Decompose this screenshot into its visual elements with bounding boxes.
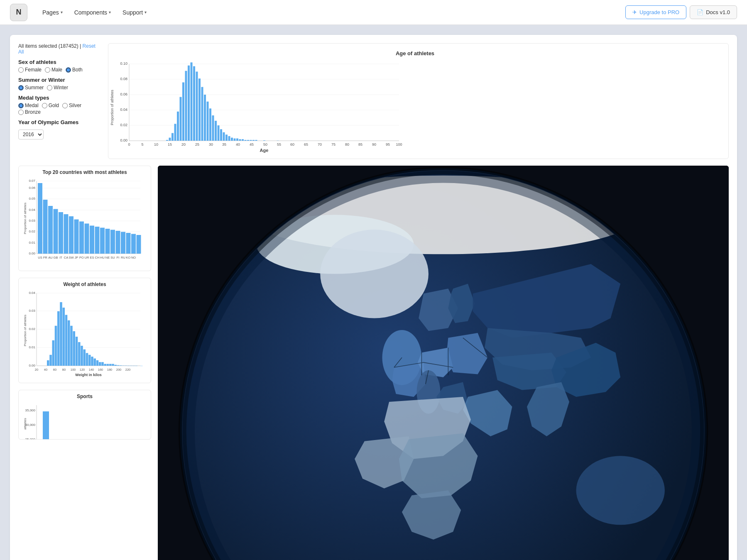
svg-text:0.06: 0.06 — [29, 186, 35, 190]
components-label: Components — [74, 9, 107, 16]
upgrade-icon: ✈ — [632, 9, 637, 15]
svg-text:SW: SW — [69, 256, 74, 259]
svg-rect-150 — [55, 326, 57, 366]
sex-male-radio[interactable] — [45, 67, 50, 73]
sex-both-radio[interactable] — [66, 67, 71, 73]
upgrade-button[interactable]: ✈ Upgrade to PRO — [625, 5, 686, 19]
svg-rect-21 — [182, 82, 184, 141]
medal-silver-option[interactable]: Silver — [62, 103, 81, 108]
medal-gold-radio[interactable] — [42, 103, 47, 108]
medal-silver-radio[interactable] — [62, 103, 68, 108]
svg-text:10: 10 — [154, 142, 158, 147]
svg-text:GB: GB — [54, 256, 58, 259]
age-chart-title: Age of athletes — [108, 50, 722, 56]
svg-rect-39 — [231, 138, 233, 141]
svg-rect-157 — [73, 331, 76, 366]
svg-rect-162 — [86, 353, 88, 366]
sex-both-option[interactable]: Both — [66, 67, 83, 73]
sex-female-option[interactable]: Female — [18, 67, 42, 73]
svg-text:60: 60 — [290, 142, 294, 147]
svg-rect-98 — [54, 209, 58, 254]
svg-text:0.01: 0.01 — [29, 345, 35, 349]
svg-text:UR: UR — [85, 256, 89, 259]
svg-text:CH: CH — [95, 256, 100, 259]
sex-male-option[interactable]: Male — [45, 67, 62, 73]
season-summer-radio[interactable] — [18, 85, 24, 90]
svg-text:95: 95 — [386, 142, 390, 147]
svg-rect-112 — [126, 233, 131, 254]
svg-rect-26 — [196, 72, 198, 141]
year-select[interactable]: 1896190019041906190819121920192419281932… — [18, 130, 44, 139]
medal-gold-option[interactable]: Gold — [42, 103, 59, 108]
season-options: Summer Winter — [18, 85, 101, 90]
svg-rect-43 — [242, 139, 244, 141]
season-summer-option[interactable]: Summer — [18, 85, 44, 90]
season-winter-option[interactable]: Winter — [47, 85, 68, 90]
medal-bronze-row: Bronze — [18, 109, 101, 115]
pages-label: Pages — [42, 9, 59, 16]
season-winter-label: Winter — [54, 85, 68, 90]
svg-text:US: US — [38, 256, 42, 259]
svg-rect-181 — [135, 366, 138, 366]
svg-text:70: 70 — [318, 142, 322, 147]
medal-all-radio[interactable] — [18, 103, 24, 108]
svg-rect-108 — [105, 229, 110, 254]
svg-rect-15 — [166, 140, 168, 141]
svg-rect-16 — [169, 138, 171, 141]
svg-rect-33 — [215, 121, 217, 141]
svg-text:NO: NO — [131, 256, 136, 259]
medal-all-option[interactable]: Medal — [18, 103, 39, 108]
svg-text:140: 140 — [89, 368, 94, 372]
svg-rect-158 — [76, 337, 78, 366]
components-chevron-icon: ▾ — [109, 10, 111, 15]
svg-text:ES: ES — [90, 256, 94, 259]
svg-text:40: 40 — [236, 142, 240, 147]
svg-text:PO: PO — [79, 256, 84, 259]
svg-rect-147 — [47, 360, 49, 366]
svg-rect-40 — [234, 138, 236, 141]
svg-rect-32 — [212, 115, 214, 141]
nav-pages[interactable]: Pages ▾ — [37, 7, 68, 18]
svg-text:0.08: 0.08 — [120, 77, 127, 81]
nav-support[interactable]: Support ▾ — [118, 7, 152, 18]
svg-text:0.01: 0.01 — [29, 241, 35, 245]
sports-chart-card: Sports athletes 25,000 30,000 35,000 — [18, 390, 151, 440]
svg-rect-44 — [245, 140, 247, 141]
medal-bronze-option[interactable]: Bronze — [18, 109, 41, 115]
item-count: 187452 — [60, 43, 77, 49]
svg-text:100: 100 — [71, 368, 76, 372]
svg-text:30: 30 — [209, 142, 213, 147]
docs-button[interactable]: 📄 Docs v1.0 — [690, 5, 737, 19]
medal-title: Medal types — [18, 95, 101, 101]
svg-text:20: 20 — [35, 368, 38, 372]
svg-rect-23 — [188, 66, 190, 141]
svg-rect-111 — [121, 232, 125, 254]
svg-text:120: 120 — [80, 368, 85, 372]
svg-text:SU: SU — [110, 256, 115, 259]
svg-text:60: 60 — [53, 368, 56, 372]
svg-text:CA: CA — [64, 256, 68, 259]
svg-text:80: 80 — [62, 368, 66, 372]
svg-text:50: 50 — [263, 142, 267, 147]
medal-options: Medal Gold Silver — [18, 103, 101, 108]
svg-rect-168 — [101, 362, 104, 366]
sex-female-radio[interactable] — [18, 67, 24, 73]
svg-rect-105 — [90, 226, 94, 254]
year-title: Year of Olympic Games — [18, 119, 101, 125]
support-label: Support — [122, 9, 143, 16]
svg-text:0.03: 0.03 — [29, 309, 35, 313]
medal-bronze-radio[interactable] — [18, 110, 24, 115]
nav-actions: ✈ Upgrade to PRO 📄 Docs v1.0 — [625, 5, 737, 19]
globe-container[interactable] — [158, 166, 729, 560]
svg-rect-177 — [125, 366, 127, 366]
nav-components[interactable]: Components ▾ — [69, 7, 116, 18]
season-winter-radio[interactable] — [47, 85, 52, 90]
svg-rect-148 — [49, 355, 52, 366]
age-chart-container: Age of athletes Proportion of athletes 0… — [108, 43, 729, 159]
svg-text:5: 5 — [141, 142, 143, 147]
svg-text:IT: IT — [59, 256, 62, 259]
svg-rect-35 — [220, 129, 222, 141]
svg-rect-155 — [68, 320, 70, 366]
weight-chart-card: Weight of athletes Proportion of athlete… — [18, 278, 151, 383]
svg-rect-110 — [116, 231, 120, 254]
